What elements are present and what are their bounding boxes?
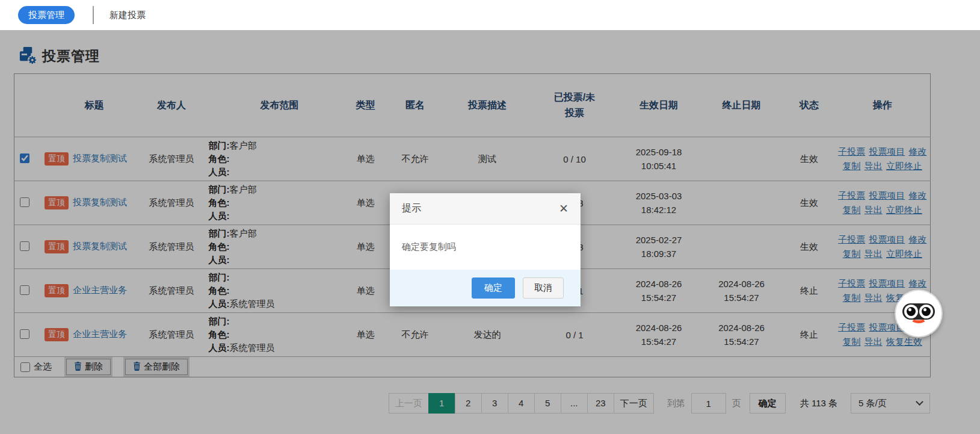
confirm-ok-button[interactable]: 确定 <box>472 277 515 299</box>
tab-divider <box>93 6 94 24</box>
dialog-title: 提示 <box>402 202 421 215</box>
dialog-header: 提示 ✕ <box>390 193 581 225</box>
top-tab-bar: 投票管理 新建投票 <box>0 0 980 30</box>
dialog-footer: 确定 取消 <box>390 270 581 306</box>
tab-new-vote[interactable]: 新建投票 <box>109 10 146 21</box>
floating-assistant-button[interactable] <box>896 291 941 336</box>
confirm-dialog: 提示 ✕ 确定要复制吗 确定 取消 <box>390 193 581 306</box>
tab-vote-management[interactable]: 投票管理 <box>18 6 75 24</box>
confirm-cancel-button[interactable]: 取消 <box>523 277 564 299</box>
close-icon[interactable]: ✕ <box>559 203 569 214</box>
robot-smile <box>911 314 926 323</box>
dialog-message: 确定要复制吗 <box>390 225 581 270</box>
